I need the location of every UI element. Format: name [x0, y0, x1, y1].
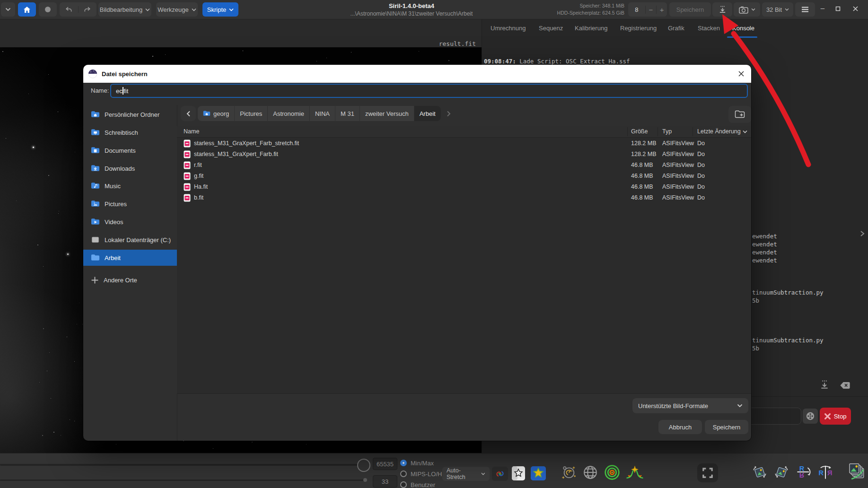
low-value-input[interactable]: 33: [373, 475, 397, 488]
menu-skripte[interactable]: Skripte: [202, 2, 238, 17]
spinner-increment-button[interactable]: +: [656, 6, 667, 14]
tab-grafik[interactable]: Grafik: [668, 25, 684, 32]
menu-werkzeuge[interactable]: Werkzeuge: [156, 2, 198, 17]
file-type: ASIFitsView: [662, 151, 694, 157]
breadcrumb-item-georg[interactable]: georg: [198, 106, 235, 121]
save-button[interactable]: Speichern: [669, 2, 711, 17]
sidebar-item-andere-orte[interactable]: Andere Orte: [83, 273, 177, 287]
file-row[interactable]: r.fit 46.8 MB ASIFitsView Do: [177, 160, 751, 171]
dialog-close-button[interactable]: [738, 70, 745, 77]
panel-expander-button[interactable]: [1, 2, 15, 17]
radio-benutzer[interactable]: [400, 481, 407, 488]
tab-umrechnung[interactable]: Umrechnung: [491, 25, 526, 32]
format-filter-dropdown[interactable]: Unterstützte Bild-Formate: [632, 398, 748, 413]
high-value-input[interactable]: 65535: [373, 458, 397, 470]
new-folder-button[interactable]: [728, 106, 751, 123]
sidebar-item-videos[interactable]: Videos: [83, 215, 177, 229]
undo-button[interactable]: [60, 6, 79, 13]
column-header-name[interactable]: Name: [184, 128, 199, 135]
sidebar-item-downloads[interactable]: Downloads: [83, 161, 177, 175]
record-button[interactable]: [39, 2, 57, 17]
filename-input[interactable]: ecfit: [110, 84, 748, 98]
sidebar-item-pictures[interactable]: Pictures: [83, 197, 177, 211]
quick-photometry-button[interactable]: [604, 464, 621, 480]
column-divider[interactable]: [627, 127, 628, 136]
flip-vertical-button[interactable]: RR: [796, 464, 813, 480]
bit-depth-dropdown[interactable]: 32 Bit: [762, 2, 793, 17]
tab-registrierung[interactable]: Registrierung: [620, 25, 657, 32]
sidebar-item-schreibtisch[interactable]: Schreibtisch: [83, 125, 177, 139]
hamburger-menu-button[interactable]: [795, 2, 815, 17]
spinner-decrement-button[interactable]: −: [645, 6, 657, 14]
low-slider-track[interactable]: [0, 479, 365, 481]
column-divider[interactable]: [693, 127, 693, 136]
column-header-size[interactable]: Größe: [631, 128, 648, 135]
menu-bildbearbeitung[interactable]: Bildbearbeitung: [98, 2, 151, 17]
window-restore-button[interactable]: [835, 6, 841, 11]
export-log-button[interactable]: [820, 380, 829, 389]
column-header-modified[interactable]: Letzte Änderung: [697, 128, 741, 135]
window-close-button[interactable]: [852, 6, 859, 12]
star-mask-button[interactable]: [511, 465, 526, 481]
stretch-mode-dropdown[interactable]: Auto-Stretch: [442, 467, 490, 481]
breadcrumb-item-zweiter-versuch[interactable]: zweiter Versuch: [360, 106, 414, 121]
astrometry-button[interactable]: [561, 464, 578, 480]
sidebar-item-music[interactable]: Music: [83, 179, 177, 193]
sidebar-label: Arbeit: [105, 254, 121, 261]
radio-mips[interactable]: [400, 471, 407, 477]
psf-button[interactable]: [625, 464, 644, 480]
file-row[interactable]: Ha.fit 46.8 MB ASIFitsView Do: [177, 182, 751, 192]
breadcrumb-forward-button[interactable]: [443, 106, 455, 121]
breadcrumb-back-button[interactable]: [181, 106, 196, 121]
photometry-button[interactable]: [582, 464, 599, 480]
dialog-footer-divider: [177, 393, 751, 394]
high-slider-track[interactable]: [0, 464, 358, 466]
sidebar-item-arbeit[interactable]: Arbeit: [83, 250, 177, 266]
file-row[interactable]: b.fit 46.8 MB ASIFitsView Do: [177, 192, 751, 203]
breadcrumb-item-astronomie[interactable]: Astronomie: [268, 106, 310, 121]
channel-link-button[interactable]: [492, 467, 508, 481]
file-type: ASIFitsView: [662, 183, 694, 190]
rotate-left-button[interactable]: [751, 464, 768, 480]
breadcrumb-item-pictures[interactable]: Pictures: [235, 106, 268, 121]
flip-horizontal-button[interactable]: RR: [817, 464, 834, 480]
radio-minmax[interactable]: [400, 460, 407, 466]
rotate-right-button[interactable]: [773, 464, 790, 480]
low-slider-handle[interactable]: [363, 478, 367, 482]
breadcrumb-item-nina[interactable]: NINA: [310, 106, 335, 121]
snapshot-button[interactable]: [734, 2, 760, 17]
panel-collapse-chevron[interactable]: [860, 230, 865, 237]
tab-sequenz[interactable]: Sequenz: [539, 25, 563, 32]
high-slider-handle[interactable]: [357, 459, 370, 472]
redo-button[interactable]: [79, 6, 97, 13]
dialog-titlebar[interactable]: Datei speichern: [83, 65, 751, 83]
sidebar-item-persoenlicher-ordner[interactable]: Persönlicher Ordner: [83, 107, 177, 122]
sidebar-item-documents[interactable]: Documents: [83, 143, 177, 157]
breadcrumb-item-arbeit[interactable]: Arbeit: [414, 106, 441, 121]
save-as-button[interactable]: [712, 2, 732, 17]
sidebar-label: Schreibtisch: [105, 129, 138, 136]
tab-konsole[interactable]: Konsole: [732, 25, 754, 32]
zoom-fit-button[interactable]: [697, 463, 718, 482]
window-minimize-button[interactable]: –: [817, 4, 828, 12]
column-header-type[interactable]: Typ: [662, 128, 672, 135]
dialog-save-button[interactable]: Speichern: [705, 420, 748, 434]
breadcrumb-item-m31[interactable]: M 31: [335, 106, 360, 121]
column-divider[interactable]: [658, 127, 658, 136]
sidebar-item-lokaler-datentraeger[interactable]: Lokaler Datenträger (C:): [83, 233, 177, 247]
close-icon: [852, 6, 859, 12]
file-name: b.fit: [194, 194, 203, 201]
tab-kalibrierung[interactable]: Kalibrierung: [575, 25, 607, 32]
clear-console-button[interactable]: [840, 382, 850, 389]
star-detection-button[interactable]: [530, 465, 547, 481]
chain-link-icon: [495, 470, 505, 478]
file-row[interactable]: starless_M31_GraXpert_Farb.fit 128.2 MB …: [177, 149, 751, 160]
cancel-button[interactable]: Abbruch: [658, 420, 702, 434]
tab-stacken[interactable]: Stacken: [698, 25, 720, 32]
livestream-button[interactable]: [803, 409, 818, 424]
sequence-frames-button[interactable]: [846, 462, 866, 481]
file-row[interactable]: g.fit 46.8 MB ASIFitsView Do: [177, 171, 751, 182]
file-row[interactable]: starless_M31_GraXpert_Farb_stretch.fit 1…: [177, 138, 751, 149]
stop-button[interactable]: Stop: [820, 408, 851, 425]
home-button[interactable]: [18, 2, 36, 17]
